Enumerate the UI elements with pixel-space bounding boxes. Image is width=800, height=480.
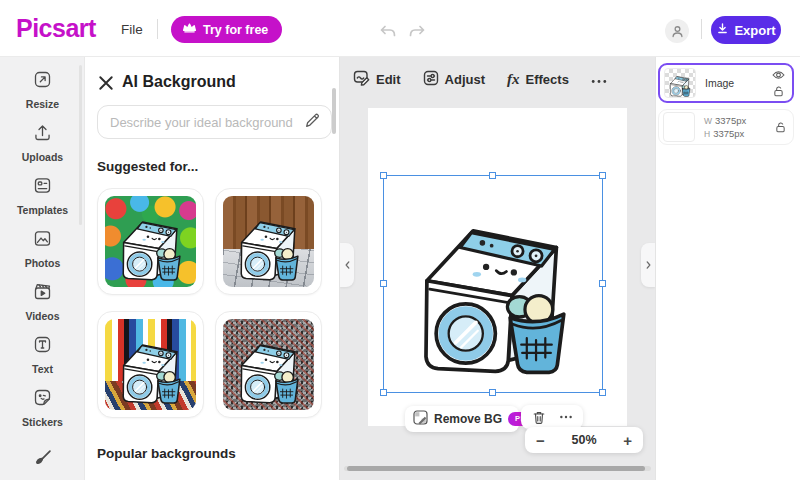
sidebar-item-label: Photos [25,257,61,269]
tool-sidebar: Resize Uploads Templates Photos Videos T… [0,57,85,480]
resize-handle-top-right[interactable] [599,172,606,179]
more-dots-icon[interactable] [559,415,573,419]
height-value: 3375px [713,128,744,139]
fx-icon: fx [507,71,520,88]
remove-bg-icon [413,410,428,429]
user-avatar-button[interactable] [665,19,689,43]
picsart-logo: Picsart [16,14,96,43]
layers-panel: Image W3375px H3375px [655,57,800,480]
user-icon [670,24,685,39]
sidebar-item-stickers[interactable]: Stickers [0,381,85,434]
resize-handle-middle-right[interactable] [599,280,606,287]
horizontal-scrollbar [344,466,651,471]
chevron-left-icon [344,260,351,270]
collapse-right-panel-button[interactable] [641,243,655,287]
adjust-button[interactable]: Adjust [423,70,485,89]
remove-bg-label: Remove BG [434,412,502,426]
effects-label: Effects [526,72,569,87]
trash-icon[interactable] [532,410,546,425]
chevron-right-icon [645,260,652,270]
effects-button[interactable]: fx Effects [507,71,569,88]
layer-controls [772,70,785,97]
background-prompt-box [97,105,332,139]
suggestion-thumbnail-stripes[interactable] [97,311,204,418]
height-key: H [704,129,710,139]
eye-icon[interactable] [772,70,785,80]
try-for-free-button[interactable]: Try for free [171,16,282,43]
layer-name: Image [705,77,772,89]
brush-icon [32,448,53,473]
file-menu[interactable]: File [121,22,143,37]
zoom-out-button[interactable]: − [536,433,545,448]
popular-heading: Popular backgrounds [97,446,236,461]
sidebar-item-draw[interactable] [0,434,85,480]
sidebar-item-label: Videos [25,310,59,322]
undo-button[interactable] [378,24,398,39]
sidebar-item-text[interactable]: Text [0,328,85,381]
resize-icon [32,69,53,94]
background-prompt-input[interactable] [110,115,304,130]
edit-label: Edit [376,72,401,87]
resize-handle-bottom-left[interactable] [380,389,387,396]
topbar-divider [157,19,158,39]
layer-thumbnail [664,68,696,98]
export-label: Export [734,23,775,38]
washing-machine-image[interactable] [401,192,586,377]
sidebar-item-label: Uploads [22,151,63,163]
sidebar-scrollbar[interactable] [79,65,82,225]
suggested-heading: Suggested for... [97,159,198,174]
sidebar-item-label: Resize [26,98,59,110]
redo-button[interactable] [407,24,427,39]
layer-row-image[interactable]: Image [658,63,794,103]
suggestion-thumbnail-wood[interactable] [215,188,322,295]
ai-background-panel: AI Background Suggested for... [85,57,340,480]
context-toolbar: Edit Adjust fx Effects [353,69,607,89]
sidebar-item-photos[interactable]: Photos [0,222,85,275]
top-bar: Picsart File Try for free Export [0,0,800,57]
suggestion-thumbnail-noise[interactable] [215,311,322,418]
edit-button[interactable]: Edit [353,69,401,89]
lock-open-icon[interactable] [773,85,784,97]
horizontal-scrollbar-thumb[interactable] [347,466,645,471]
sidebar-item-uploads[interactable]: Uploads [0,116,85,169]
zoom-level[interactable]: 50% [571,433,596,447]
adjust-label: Adjust [445,72,485,87]
washing-machine-illustration [113,206,189,282]
more-options-button[interactable] [591,72,607,87]
zoom-in-button[interactable]: + [623,433,632,448]
washing-machine-illustration [231,329,307,405]
washing-machine-illustration [667,71,693,97]
object-actions-bar [521,405,583,429]
resize-handle-bottom-middle[interactable] [489,389,496,396]
sidebar-item-videos[interactable]: Videos [0,275,85,328]
try-for-free-label: Try for free [203,23,268,37]
pencil-icon[interactable] [304,112,321,133]
sidebar-item-resize[interactable]: Resize [0,63,85,116]
text-icon [32,334,53,359]
remove-bg-button[interactable]: Remove BG PRO [405,406,519,432]
width-value: 3375px [715,115,746,126]
upload-icon [32,122,53,147]
layer-dimensions: W3375px H3375px [704,115,775,139]
panel-scrollbar[interactable] [332,88,336,134]
thumbnail-image [223,319,314,410]
zoom-control-bar: − 50% + [525,427,643,453]
canvas-area[interactable]: Edit Adjust fx Effects [340,57,655,480]
collapse-left-panel-button[interactable] [340,243,354,287]
templates-icon [32,175,53,200]
export-button[interactable]: Export [711,16,781,44]
resize-handle-middle-left[interactable] [380,280,387,287]
sidebar-item-templates[interactable]: Templates [0,169,85,222]
resize-handle-top-middle[interactable] [489,172,496,179]
download-icon [716,22,729,38]
resize-handle-top-left[interactable] [380,172,387,179]
lock-open-icon[interactable] [775,121,786,133]
sidebar-item-label: Templates [17,204,68,216]
layer-row-background[interactable]: W3375px H3375px [658,109,794,145]
more-dots-icon [591,72,607,87]
resize-handle-bottom-right[interactable] [599,389,606,396]
thumbnail-image [105,319,196,410]
suggestion-thumbnail-flowers[interactable] [97,188,204,295]
picsart-editor: Picsart File Try for free Export [0,0,800,480]
close-icon[interactable] [98,75,114,91]
